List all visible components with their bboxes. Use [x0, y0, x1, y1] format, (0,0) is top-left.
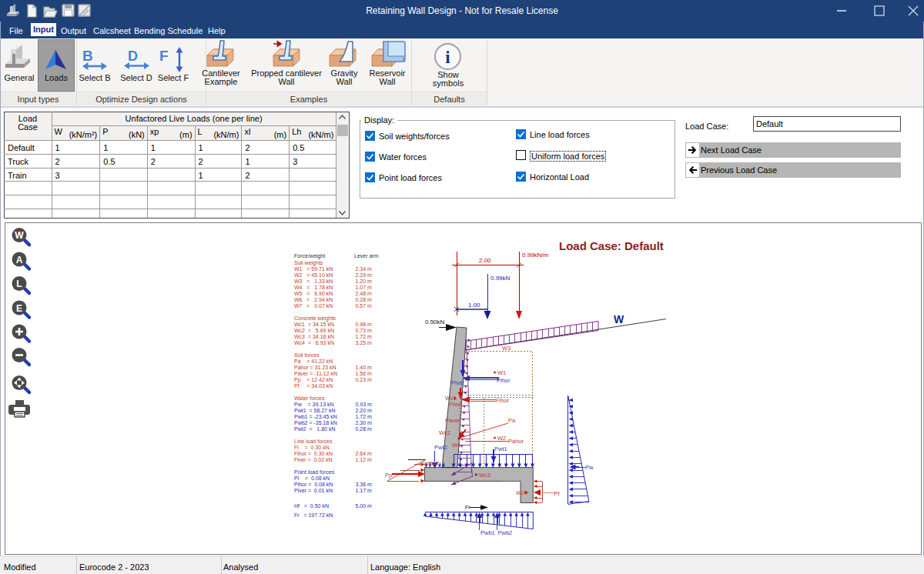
svg-text:Pwt2: Pwt2	[434, 444, 447, 451]
svg-text:D: D	[128, 48, 138, 64]
svg-text:Pf: Pf	[554, 490, 561, 497]
svg-text:W7: W7	[431, 461, 440, 466]
svg-text:Pahor: Pahor	[508, 438, 524, 445]
svg-text:W4: W4	[452, 442, 460, 449]
svg-text:Flver: Flver	[450, 401, 463, 408]
svg-text:Plver: Plver	[451, 379, 465, 386]
svg-text:W3: W3	[502, 345, 511, 352]
svg-text:Pwb1: Pwb1	[480, 529, 495, 536]
svg-text:Plhor: Plhor	[497, 377, 511, 384]
svg-text:0.50kN: 0.50kN	[425, 319, 445, 325]
svg-text:Pa: Pa	[508, 417, 516, 424]
svg-text:1.00: 1.00	[468, 302, 480, 309]
svg-text:Paver: Paver	[445, 417, 460, 424]
svg-text:i: i	[445, 48, 450, 67]
svg-text:Flhor: Flhor	[496, 397, 510, 404]
svg-text:0.99kN: 0.99kN	[490, 275, 511, 282]
svg-text:W: W	[614, 313, 624, 325]
svg-text:Wc3: Wc3	[479, 472, 490, 479]
svg-text:2.00: 2.00	[479, 257, 491, 264]
svg-text:0.99kN/m: 0.99kN/m	[522, 252, 549, 259]
svg-text:B: B	[82, 48, 93, 64]
svg-text:Pwb2: Pwb2	[498, 529, 513, 536]
svg-text:Pw: Pw	[585, 464, 594, 471]
svg-text:W1: W1	[497, 369, 506, 376]
svg-text:F: F	[159, 48, 169, 64]
svg-text:Pp: Pp	[385, 472, 392, 479]
svg-text:Pwt1: Pwt1	[494, 446, 507, 452]
svg-text:Wc2: Wc2	[439, 429, 450, 436]
